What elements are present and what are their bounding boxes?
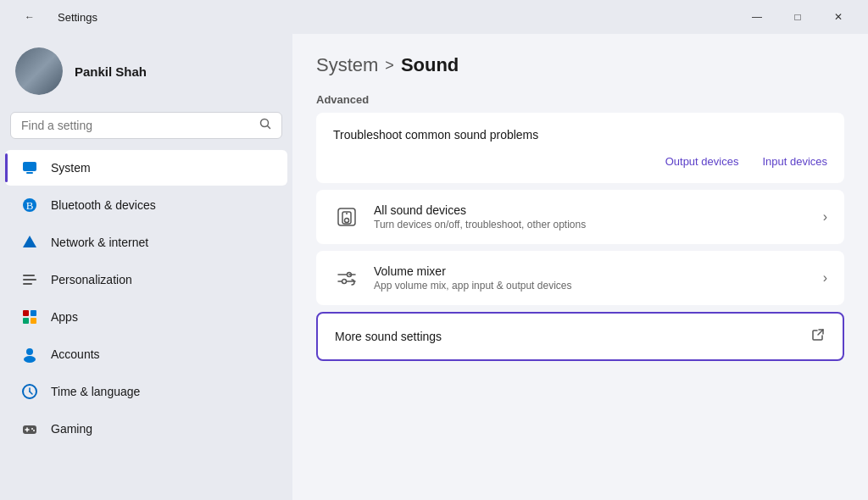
all-sound-devices-chevron: › [823, 209, 827, 225]
svg-point-22 [31, 428, 33, 430]
svg-rect-3 [26, 172, 33, 174]
volume-mixer-text: Volume mixer App volume mix, app input &… [374, 264, 810, 292]
svg-rect-11 [31, 310, 36, 316]
main-content: System > Sound Advanced Troubleshoot com… [292, 34, 868, 500]
more-sound-settings-title: More sound settings [335, 330, 797, 343]
gaming-icon [20, 419, 39, 438]
all-sound-devices-card[interactable]: All sound devices Turn devices on/off, t… [316, 190, 844, 244]
apps-icon [20, 308, 39, 326]
apps-label: Apps [51, 310, 78, 324]
app-body: Pankil Shah System [0, 34, 868, 500]
volume-mixer-icon [333, 264, 360, 292]
all-sound-devices-text: All sound devices Turn devices on/off, t… [374, 203, 810, 231]
troubleshoot-card: Troubleshoot common sound problems Outpu… [316, 113, 844, 183]
svg-point-15 [24, 356, 36, 363]
troubleshoot-links: Output devices Input devices [333, 155, 827, 168]
advanced-label: Advanced [316, 93, 844, 106]
volume-mixer-title: Volume mixer [374, 264, 810, 278]
all-sound-devices-icon [333, 203, 360, 231]
sidebar-item-apps[interactable]: Apps [5, 299, 287, 335]
svg-rect-2 [23, 162, 36, 171]
network-label: Network & internet [51, 236, 148, 249]
bluetooth-label: Bluetooth & devices [51, 198, 156, 212]
svg-point-26 [345, 219, 349, 223]
sidebar-item-personalization[interactable]: Personalization [5, 262, 287, 297]
sidebar-item-network[interactable]: Network & internet [5, 225, 287, 260]
svg-point-23 [33, 430, 35, 431]
volume-mixer-item[interactable]: Volume mixer App volume mix, app input &… [316, 251, 844, 305]
back-button[interactable]: ← [10, 4, 49, 30]
network-icon [20, 233, 39, 252]
title-bar: ← Settings — □ ✕ [0, 0, 868, 34]
volume-mixer-card[interactable]: Volume mixer App volume mix, app input &… [316, 251, 844, 305]
minimize-button[interactable]: — [737, 4, 776, 30]
gaming-label: Gaming [51, 422, 92, 436]
more-sound-settings-card[interactable]: More sound settings [316, 312, 844, 361]
title-bar-left: ← Settings [10, 4, 97, 30]
personalization-label: Personalization [51, 273, 132, 286]
all-sound-devices-title: All sound devices [374, 203, 810, 217]
sidebar-item-bluetooth[interactable]: B Bluetooth & devices [5, 187, 287, 223]
avatar-image [15, 47, 63, 95]
accounts-icon [20, 345, 39, 364]
breadcrumb-sound: Sound [401, 54, 459, 76]
search-input[interactable] [21, 119, 253, 132]
troubleshoot-title: Troubleshoot common sound problems [333, 128, 827, 142]
window-controls: — □ ✕ [737, 4, 858, 30]
sidebar: Pankil Shah System [0, 34, 292, 500]
input-devices-link[interactable]: Input devices [762, 155, 827, 168]
time-label: Time & language [51, 385, 140, 398]
sidebar-item-accounts[interactable]: Accounts [5, 336, 287, 372]
all-sound-devices-desc: Turn devices on/off, troubleshoot, other… [374, 219, 810, 231]
svg-point-27 [346, 213, 348, 214]
svg-rect-12 [23, 318, 29, 324]
system-label: System [51, 161, 91, 175]
maximize-button[interactable]: □ [778, 4, 817, 30]
sidebar-item-time[interactable]: Time & language [5, 374, 287, 409]
time-icon [20, 382, 39, 401]
search-box [10, 112, 282, 139]
volume-mixer-desc: App volume mix, app input & output devic… [374, 280, 810, 292]
svg-text:B: B [26, 199, 34, 212]
accounts-label: Accounts [51, 347, 100, 361]
output-devices-link[interactable]: Output devices [665, 155, 739, 168]
svg-rect-13 [31, 318, 36, 324]
svg-line-1 [268, 126, 270, 129]
avatar [15, 47, 63, 95]
volume-mixer-chevron: › [823, 270, 827, 286]
system-icon [20, 158, 39, 177]
sidebar-item-system[interactable]: System [5, 150, 287, 186]
all-sound-devices-item[interactable]: All sound devices Turn devices on/off, t… [316, 190, 844, 244]
svg-marker-6 [23, 236, 36, 247]
user-name: Pankil Shah [75, 64, 147, 79]
svg-point-14 [26, 348, 33, 355]
bluetooth-icon: B [20, 196, 39, 214]
svg-rect-10 [23, 310, 29, 316]
external-link-icon [810, 327, 826, 346]
breadcrumb: System > Sound [316, 54, 844, 76]
user-section: Pankil Shah [0, 34, 292, 112]
search-container [0, 112, 292, 149]
personalization-icon [20, 270, 39, 289]
sidebar-item-gaming[interactable]: Gaming [5, 411, 287, 447]
close-button[interactable]: ✕ [819, 4, 858, 30]
breadcrumb-chevron: > [385, 57, 394, 75]
breadcrumb-system: System [316, 54, 378, 76]
svg-line-18 [30, 392, 32, 394]
app-title: Settings [58, 11, 97, 24]
search-icon [259, 118, 271, 133]
